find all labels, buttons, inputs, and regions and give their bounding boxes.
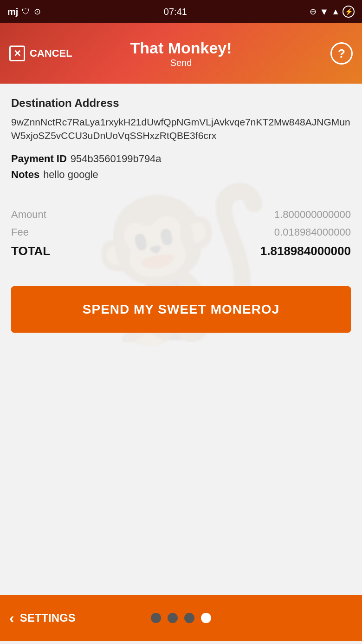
app-title: That Monkey!: [130, 39, 232, 58]
header: ✕ CANCEL That Monkey! Send ?: [0, 23, 362, 84]
notes-value: hello google: [43, 169, 98, 181]
battery-minus-icon: ⊖: [310, 7, 317, 17]
fee-label: Fee: [11, 226, 29, 238]
dot-4-active: [201, 613, 211, 623]
status-left: mj 🛡 ⊙: [7, 7, 41, 17]
fee-value: 0.018984000000: [274, 226, 351, 238]
status-right: ⊖ ▼ ▲ ⚡: [310, 6, 355, 18]
cancel-button[interactable]: ✕ CANCEL: [9, 46, 72, 61]
payment-id-value: 954b3560199b794a: [71, 153, 162, 165]
page-dots: [151, 613, 211, 623]
destination-address-label: Destination Address: [11, 97, 351, 110]
dot-2: [168, 613, 178, 623]
page-subtitle: Send: [130, 58, 232, 68]
spend-button[interactable]: SPEND MY SWEET MONEROJ: [11, 286, 351, 333]
amount-value: 1.800000000000: [274, 209, 351, 221]
status-bar: mj 🛡 ⊙ 07:41 ⊖ ▼ ▲ ⚡: [0, 0, 362, 23]
status-app-icon: mj: [7, 7, 18, 17]
power-icon: ⚡: [343, 6, 355, 18]
header-title-group: That Monkey! Send: [130, 39, 232, 68]
destination-address-value: 9wZnnNctRc7RaLya1rxykH21dUwfQpNGmVLjAvkv…: [11, 115, 351, 143]
bottom-bar: ‹ SETTINGS: [0, 595, 362, 641]
main-content: 🐒 Destination Address 9wZnnNctRc7RaLya1r…: [0, 84, 362, 595]
fee-row: Fee 0.018984000000: [11, 226, 351, 238]
settings-back-button[interactable]: ‹ SETTINGS: [9, 610, 76, 627]
total-row: TOTAL 1.818984000000: [11, 244, 351, 258]
total-value: 1.818984000000: [260, 244, 351, 258]
signal-icon: ▲: [331, 7, 340, 17]
notes-row: Notes hello google: [11, 169, 351, 181]
cancel-x-icon: ✕: [9, 46, 25, 61]
amount-label: Amount: [11, 209, 46, 221]
dot-1: [151, 613, 161, 623]
total-label: TOTAL: [11, 244, 50, 258]
target-icon: ⊙: [34, 7, 41, 17]
notes-label: Notes: [11, 169, 39, 181]
dot-3: [184, 613, 194, 623]
help-icon: ?: [338, 46, 345, 61]
amount-section: Amount 1.800000000000 Fee 0.018984000000…: [11, 209, 351, 258]
shield-icon: 🛡: [22, 7, 30, 17]
status-time: 07:41: [164, 7, 187, 17]
amount-row: Amount 1.800000000000: [11, 209, 351, 221]
wifi-icon: ▼: [319, 7, 329, 17]
settings-label: SETTINGS: [20, 611, 76, 624]
cancel-label: CANCEL: [30, 47, 72, 59]
payment-id-label: Payment ID: [11, 153, 67, 165]
payment-id-row: Payment ID 954b3560199b794a: [11, 153, 351, 165]
help-button[interactable]: ?: [330, 42, 353, 65]
back-arrow-icon: ‹: [9, 610, 14, 627]
